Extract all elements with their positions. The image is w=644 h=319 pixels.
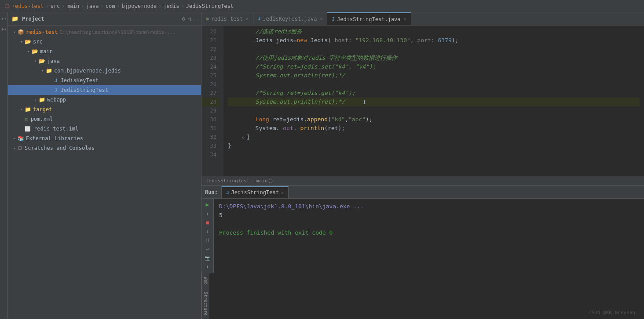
run-output: D:\DPFS\Java\jdk1.8.0_101\bin\java.exe .… (214, 199, 644, 273)
tab-redis-test[interactable]: m redis-test ✕ (201, 12, 253, 25)
run-stop-button[interactable]: ■ (203, 219, 212, 226)
app-icon: ⬡ (4, 3, 9, 9)
project-title: Project (22, 16, 44, 22)
sidebar-tab-1[interactable]: 1 (0, 14, 7, 24)
tab-jedis-key-test[interactable]: J JedisKeyTest.java ✕ (253, 12, 327, 25)
tree-item-src[interactable]: ▾ 📂 src (8, 37, 201, 47)
tree-item-webapp[interactable]: ▸ 📁 webapp (8, 95, 201, 105)
code-line-33: } (228, 141, 640, 150)
run-play-button[interactable]: ▶ (203, 201, 212, 208)
expand-icon[interactable]: ⇅ (188, 15, 191, 22)
tree-item-main[interactable]: ▾ 📂 main (8, 47, 201, 56)
tab-close-redis-test[interactable]: ✕ (246, 16, 249, 21)
code-line-34 (228, 150, 640, 159)
run-toolbar: ▶ ↑ ■ ↓ ⏸ (201, 199, 214, 273)
spacer-iml (18, 126, 25, 132)
code-editor[interactable]: 20 21 22 23 24 25 26 27 28 29 30 31 32 3… (201, 25, 644, 176)
tab-run-jedis-string[interactable]: J JedisStringTest ✕ (222, 186, 289, 198)
expand-arrow-target[interactable]: ▸ (18, 106, 25, 112)
close-panel-icon[interactable]: — (194, 15, 198, 22)
tree-label-target: target (33, 106, 52, 112)
linenum-23: 23 (201, 54, 220, 62)
gear-icon[interactable]: ⚙ (182, 15, 186, 22)
package-icon: 📁 (46, 68, 52, 74)
tab-close-jedis-key[interactable]: ✕ (320, 16, 322, 21)
right-area: m redis-test ✕ J JedisKeyTest.java ✕ J J… (201, 12, 644, 319)
tree-item-target[interactable]: ▸ 📁 target (8, 105, 201, 114)
up-arrow-icon: ↑ (206, 211, 209, 217)
tree-item-ext-libs[interactable]: ▸ 📚 External Libraries (8, 134, 201, 143)
xml-icon: m (25, 116, 28, 122)
expand-arrow-src[interactable]: ▾ (18, 39, 25, 45)
tab-icon-jedis-key: J (258, 16, 261, 22)
expand-arrow-webapp[interactable]: ▸ (33, 97, 39, 103)
expand-arrow-java[interactable]: ▾ (33, 58, 39, 64)
right-tab-web[interactable]: Web (202, 273, 209, 288)
play-icon: ▶ (206, 201, 209, 208)
linenum-34: 34 (201, 150, 220, 159)
tree-item-iml[interactable]: ⬜ redis-test.iml (8, 124, 201, 134)
main-folder-icon: 📂 (32, 48, 38, 54)
output-line-1: D:\DPFS\Java\jdk1.8.0_101\bin\java.exe .… (219, 202, 639, 211)
linenum-21: 21 (201, 36, 220, 45)
breadcrumb-project: redis-test (12, 3, 44, 9)
linenum-30: 30 (201, 115, 220, 124)
header-icons: ⚙ ⇅ — (182, 15, 198, 22)
tree-item-package[interactable]: ▾ 📁 com.bjpowernode.jedis (8, 66, 201, 76)
run-tab-close[interactable]: ✕ (281, 190, 284, 195)
tab-close-jedis-string[interactable]: ✕ (404, 17, 406, 22)
code-line-26 (228, 80, 640, 89)
breadcrumb-class: JedisStringTest (206, 178, 249, 184)
expand-arrow-main[interactable]: ▾ (26, 48, 32, 54)
run-label: Run: (205, 189, 218, 195)
tree-item-jedis-key-test[interactable]: J JedisKeyTest (8, 76, 201, 85)
run-tab-bar: Run: J JedisStringTest ✕ (201, 186, 644, 199)
tree-label-redis-test: redis-test (26, 29, 58, 35)
code-text-area[interactable]: //连接redis服务 Jedis jedis=new Jedis( host:… (223, 25, 644, 176)
run-down-button[interactable]: ↓ (203, 228, 212, 235)
project-folder-icon: 📁 (11, 15, 18, 22)
tab-jedis-string-test[interactable]: J JedisStringTest.java ✕ (327, 12, 411, 25)
run-export-button[interactable]: ⬆ (203, 264, 212, 271)
linenum-25: 25 (201, 71, 220, 80)
tree-label-webapp: webapp (47, 97, 66, 103)
code-line-29 (228, 106, 640, 115)
export-icon: ⬆ (206, 264, 209, 270)
project-header: 📁 Project ⚙ ⇅ — (8, 12, 201, 25)
linenum-26: 26 (201, 80, 220, 89)
linenum-32: 32 (201, 133, 220, 141)
tree-label-java: java (47, 58, 60, 64)
iml-icon: ⬜ (25, 126, 31, 132)
run-up-button[interactable]: ↑ (203, 210, 212, 217)
expand-arrow-package[interactable]: ▾ (40, 68, 46, 74)
expand-arrow-redis-test[interactable]: ▾ (11, 29, 18, 35)
expand-arrow-scratches[interactable]: ▸ (11, 145, 18, 151)
tree-item-scratches[interactable]: ▸ 🗒 Scratches and Consoles (8, 143, 201, 153)
run-pause-button[interactable]: ⏸ (203, 237, 212, 244)
expand-arrow-ext-libs[interactable]: ▸ (11, 135, 18, 141)
webapp-folder-icon: 📁 (39, 97, 45, 103)
tree-label-package: com.bjpowernode.jedis (54, 68, 121, 74)
spacer-pom (18, 116, 25, 122)
run-wrap-button[interactable]: ↩ (203, 246, 212, 253)
tree-item-java[interactable]: ▾ 📂 java (8, 56, 201, 66)
output-path-text: D:\DPFS\Java\jdk1.8.0_101\bin\java.exe .… (219, 202, 364, 211)
output-line-3 (219, 220, 639, 228)
stop-icon: ■ (206, 220, 209, 225)
code-line-31: System. out. println(ret); (228, 124, 640, 133)
code-line-20: //连接redis服务 (228, 27, 640, 36)
breadcrumb-main: main (66, 3, 79, 9)
camera-icon: 📷 (205, 255, 211, 261)
title-bar: ⬡ redis-test › src › main › java › com ›… (0, 0, 644, 12)
tab-label-jedis-key: JedisKeyTest.java (263, 16, 317, 22)
tree-item-pom[interactable]: m pom.xml (8, 114, 201, 124)
comment-28: System.out.println(ret);*/ (228, 98, 345, 106)
tree-item-redis-test[interactable]: ▾ 📦 redis-test E:\teaching\section4\1919… (8, 27, 201, 37)
code-line-22 (228, 45, 640, 54)
tree-item-jedis-string-test[interactable]: J JedisStringTest (8, 85, 201, 95)
right-tab-structure[interactable]: Structure (202, 288, 209, 319)
linenum-22: 22 (201, 45, 220, 54)
sidebar-tab-2[interactable]: 2 (0, 25, 7, 34)
tab-label-jedis-string: JedisStringTest.java (337, 16, 401, 22)
run-camera-button[interactable]: 📷 (203, 254, 212, 261)
